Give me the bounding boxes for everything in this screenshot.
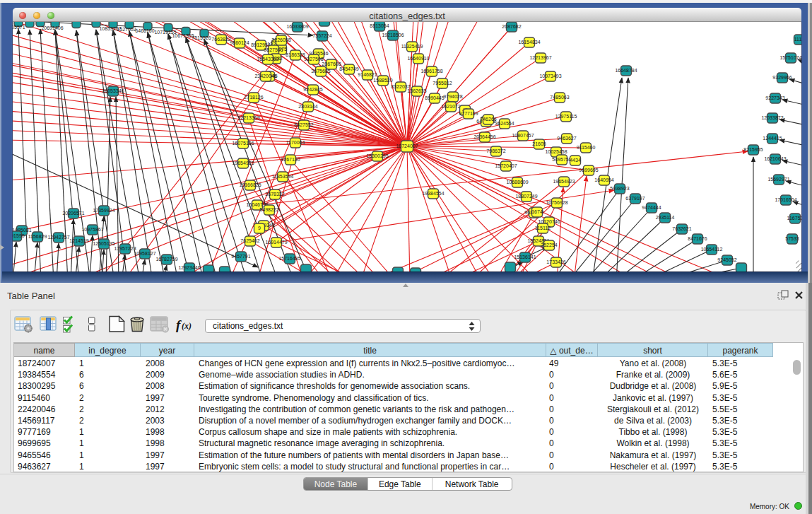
svg-text:11325419: 11325419 xyxy=(401,44,423,49)
svg-text:2087682: 2087682 xyxy=(502,24,521,29)
svg-text:1214519: 1214519 xyxy=(69,238,88,243)
svg-text:1674: 1674 xyxy=(531,209,543,214)
svg-text:8454749: 8454749 xyxy=(339,66,358,71)
svg-text:7663822: 7663822 xyxy=(211,37,230,42)
svg-text:9699695: 9699695 xyxy=(579,168,598,173)
svg-text:10807457: 10807457 xyxy=(512,133,534,138)
svg-text:9860124: 9860124 xyxy=(230,40,249,45)
svg-text:23420046: 23420046 xyxy=(254,74,276,78)
svg-text:9794028: 9794028 xyxy=(443,94,462,99)
svg-text:17957223: 17957223 xyxy=(114,246,136,251)
svg-text:16210643: 16210643 xyxy=(764,156,786,161)
svg-text:1405571: 1405571 xyxy=(13,25,25,30)
svg-text:252254: 252254 xyxy=(541,243,557,247)
svg-text:10958127: 10958127 xyxy=(134,251,155,256)
svg-text:1156829: 1156829 xyxy=(28,234,47,239)
svg-text:1362635: 1362635 xyxy=(407,88,426,93)
svg-text:1244415: 1244415 xyxy=(763,136,782,141)
svg-text:20364456: 20364456 xyxy=(473,134,495,139)
svg-text:26053346: 26053346 xyxy=(102,88,124,93)
svg-text:1112: 1112 xyxy=(794,37,801,42)
svg-text:115112: 115112 xyxy=(535,226,551,230)
svg-text:19166825: 19166825 xyxy=(239,182,261,187)
svg-text:12942757: 12942757 xyxy=(47,235,69,240)
svg-text:3624554: 3624554 xyxy=(495,121,514,126)
svg-text:8267130: 8267130 xyxy=(281,157,300,162)
svg-text:10025458: 10025458 xyxy=(545,149,567,154)
svg-text:8215955: 8215955 xyxy=(743,147,763,152)
svg-text:(x): (x) xyxy=(182,321,192,331)
svg-text:9457791: 9457791 xyxy=(231,254,250,259)
svg-text:15751074: 15751074 xyxy=(779,55,801,60)
svg-text:8427552: 8427552 xyxy=(294,122,313,127)
svg-text:2867608: 2867608 xyxy=(322,62,341,66)
svg-text:10688609: 10688609 xyxy=(506,180,528,185)
svg-text:12033872: 12033872 xyxy=(761,115,783,120)
svg-text:7625402: 7625402 xyxy=(240,238,259,243)
svg-text:12975115: 12975115 xyxy=(555,114,577,119)
svg-text:16033809: 16033809 xyxy=(286,24,308,29)
svg-text:15716485: 15716485 xyxy=(278,256,300,261)
svg-text:9: 9 xyxy=(258,226,261,230)
svg-text:16543362: 16543362 xyxy=(257,57,278,62)
svg-text:3226058: 3226058 xyxy=(271,37,290,42)
svg-text:8186328: 8186328 xyxy=(286,52,305,57)
svg-text:16914479: 16914479 xyxy=(265,240,287,245)
svg-text:20691406: 20691406 xyxy=(41,25,63,30)
svg-text:9227343: 9227343 xyxy=(765,95,784,100)
svg-text:19654925: 19654925 xyxy=(232,160,254,165)
svg-text:f: f xyxy=(176,317,182,332)
svg-text:16961758: 16961758 xyxy=(420,69,442,74)
svg-text:7357224: 7357224 xyxy=(312,33,331,38)
svg-text:9245052: 9245052 xyxy=(717,257,736,262)
svg-text:57533: 57533 xyxy=(785,236,799,241)
svg-text:2935114: 2935114 xyxy=(656,215,675,220)
svg-text:12213369: 12213369 xyxy=(237,115,259,120)
svg-text:1733426: 1733426 xyxy=(546,259,565,264)
svg-text:11353594: 11353594 xyxy=(272,174,294,179)
svg-text:9777169: 9777169 xyxy=(459,111,478,116)
svg-text:3678332: 3678332 xyxy=(265,192,284,197)
svg-text:10756928: 10756928 xyxy=(546,200,567,205)
svg-text:16075136: 16075136 xyxy=(232,141,254,146)
svg-text:1621072: 1621072 xyxy=(441,104,460,109)
svg-text:1527602: 1527602 xyxy=(117,27,136,32)
svg-text:12213967: 12213967 xyxy=(529,55,551,60)
svg-text:18300295: 18300295 xyxy=(366,153,388,158)
svg-text:4434: 4434 xyxy=(570,158,581,163)
svg-text:1640954: 1640954 xyxy=(594,177,613,182)
svg-text:12923446: 12923446 xyxy=(178,265,200,270)
svg-text:5938923: 5938923 xyxy=(610,186,629,191)
svg-text:15692971: 15692971 xyxy=(767,177,789,182)
svg-text:7515526: 7515526 xyxy=(192,35,211,40)
svg-text:17359924: 17359924 xyxy=(93,208,114,213)
svg-text:16640910: 16640910 xyxy=(407,56,429,61)
svg-text:391590: 391590 xyxy=(13,233,25,238)
svg-text:5495758: 5495758 xyxy=(552,157,571,162)
svg-text:9827505: 9827505 xyxy=(264,47,283,52)
svg-text:3675685: 3675685 xyxy=(311,69,330,74)
svg-text:6466160: 6466160 xyxy=(135,28,154,33)
svg-text:16648784: 16648784 xyxy=(615,68,637,73)
svg-text:10973493: 10973493 xyxy=(539,74,561,78)
svg-text:19218506: 19218506 xyxy=(382,33,404,37)
svg-text:9327508: 9327508 xyxy=(304,57,323,62)
svg-text:6379197: 6379197 xyxy=(625,196,645,201)
svg-text:16782759: 16782759 xyxy=(155,257,177,262)
svg-text:18724007: 18724007 xyxy=(396,144,418,148)
svg-text:746266: 746266 xyxy=(480,117,496,122)
svg-text:1588520: 1588520 xyxy=(373,78,392,83)
svg-text:8813054: 8813054 xyxy=(370,23,389,28)
svg-text:2718126: 2718126 xyxy=(244,95,263,100)
svg-text:116753: 116753 xyxy=(787,216,801,221)
svg-text:21605: 21605 xyxy=(532,141,546,146)
svg-text:7955812: 7955812 xyxy=(433,81,452,86)
svg-text:19384554: 19384554 xyxy=(422,191,444,196)
svg-text:7986372: 7986372 xyxy=(486,148,505,153)
svg-text:17016504: 17016504 xyxy=(775,197,796,202)
svg-text:15136141: 15136141 xyxy=(514,255,536,259)
svg-text:18807249: 18807249 xyxy=(515,194,537,199)
svg-text:9115460: 9115460 xyxy=(577,145,596,150)
svg-text:20206571: 20206571 xyxy=(62,211,84,216)
svg-text:5498222: 5498222 xyxy=(259,207,278,212)
